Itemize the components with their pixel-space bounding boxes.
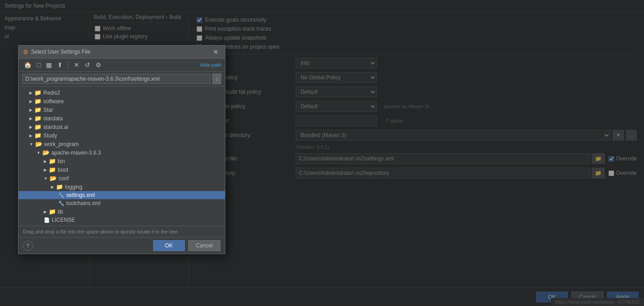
tree-item-bin[interactable]: ▶ 📁 bin (18, 157, 225, 165)
logging-label: logging (65, 184, 82, 190)
logging-folder-icon: 📁 (56, 183, 63, 190)
star-folder-icon: 📁 (34, 106, 41, 113)
tree-item-toolchains-xml[interactable]: 🔧 toolchains.xml (18, 199, 225, 207)
boot-label: boot (58, 167, 68, 173)
tree-item-work-program[interactable]: ▼ 📂 work_program (18, 140, 225, 148)
work-program-expand-icon: ▼ (29, 142, 33, 146)
study-expand-icon: ▶ (29, 133, 32, 138)
dialog-overlay: ⚙ Select User Settings File ✕ 🏠 □ ▦ ⬆ ✕ … (0, 0, 644, 306)
dialog-icon: ⚙ (23, 49, 28, 55)
lib-label: lib (58, 209, 63, 215)
tree-item-stardata[interactable]: ▶ 📁 stardata (18, 114, 225, 123)
star-label: Star (43, 107, 53, 113)
dialog-titlebar: ⚙ Select User Settings File ✕ (18, 46, 225, 59)
tree-item-license[interactable]: 📄 LICENSE (18, 216, 225, 224)
toolbar-collapse-btn[interactable]: □ (35, 60, 42, 69)
dialog-hint: Drag and drop a file into the space abov… (18, 226, 225, 237)
software-expand-icon: ▶ (29, 99, 32, 104)
hide-path-button[interactable]: Hide path (200, 62, 221, 68)
apache-maven-folder-icon: 📂 (42, 149, 50, 156)
work-program-label: work_program (44, 141, 79, 147)
tree-item-redis2[interactable]: ▶ 📁 Redis2 (18, 88, 225, 97)
toolbar-sep1 (68, 61, 69, 69)
star-expand-icon: ▶ (29, 108, 32, 112)
lib-expand-icon: ▶ (44, 210, 47, 214)
tree-item-software[interactable]: ▶ 📁 software (18, 97, 225, 105)
help-button[interactable]: ? (23, 241, 33, 251)
bin-label: bin (58, 158, 65, 164)
boot-expand-icon: ▶ (44, 168, 47, 172)
dialog-toolbar: 🏠 □ ▦ ⬆ ✕ ↺ ⚙ Hide path (18, 59, 225, 72)
dialog-ok-button[interactable]: OK (153, 240, 185, 251)
toolbar-refresh-btn[interactable]: ↺ (83, 60, 92, 69)
tree-item-star[interactable]: ▶ 📁 Star (18, 105, 225, 114)
toolbar-delete-btn[interactable]: ✕ (72, 60, 81, 69)
stardata-label: stardata (43, 115, 63, 122)
dialog-close-button[interactable]: ✕ (211, 48, 220, 55)
stardustai-folder-icon: 📁 (34, 123, 41, 130)
dialog-title-label: ⚙ Select User Settings File (23, 49, 90, 55)
work-program-folder-icon: 📂 (35, 141, 42, 147)
tree-item-lib[interactable]: ▶ 📁 lib (18, 207, 225, 216)
dialog-cancel-button[interactable]: Cancel (188, 240, 220, 251)
license-file-icon: 📄 (44, 217, 50, 223)
bin-folder-icon: 📁 (49, 158, 56, 164)
tree-item-logging[interactable]: ▶ 📁 logging (18, 183, 225, 191)
tree-item-settings-xml[interactable]: 🔧 settings.xml (18, 191, 225, 199)
dialog-path-go-btn[interactable]: ↓ (212, 73, 221, 84)
dialog-path-row: ↓ (18, 72, 225, 87)
dialog-action-buttons: OK Cancel (153, 240, 220, 251)
study-label: Study (43, 132, 57, 139)
tree-item-study[interactable]: ▶ 📁 Study (18, 131, 225, 140)
select-settings-dialog: ⚙ Select User Settings File ✕ 🏠 □ ▦ ⬆ ✕ … (18, 45, 225, 254)
stardata-expand-icon: ▶ (29, 116, 32, 121)
toolbar-settings-btn[interactable]: ⚙ (94, 60, 103, 69)
redis2-expand-icon: ▶ (29, 91, 32, 95)
study-folder-icon: 📁 (34, 132, 41, 139)
apache-maven-expand-icon: ▼ (37, 151, 41, 155)
settings-xml-icon: 🔧 (58, 192, 64, 198)
stardustai-label: stardust.ai (43, 124, 68, 130)
tree-item-apache-maven[interactable]: ▼ 📂 apache-maven-3.6.3 (18, 148, 225, 157)
redis2-label: Redis2 (43, 90, 60, 96)
tree-item-stardustai[interactable]: ▶ 📁 stardust.ai (18, 123, 225, 131)
file-tree[interactable]: ▶ 📁 Redis2 ▶ 📁 software ▶ 📁 Star ▶ 📁 sta… (18, 87, 225, 226)
toolchains-xml-label: toolchains.xml (66, 200, 100, 206)
license-label: LICENSE (52, 217, 75, 223)
apache-maven-label: apache-maven-3.6.3 (51, 150, 101, 156)
toolbar-home-btn[interactable]: 🏠 (22, 60, 33, 69)
redis2-folder-icon: 📁 (34, 89, 41, 96)
tree-item-boot[interactable]: ▶ 📁 boot (18, 165, 225, 174)
stardata-folder-icon: 📁 (34, 115, 41, 122)
lib-folder-icon: 📁 (49, 208, 56, 215)
logging-expand-icon: ▶ (51, 185, 54, 189)
toolbar-up-btn[interactable]: ⬆ (55, 60, 64, 69)
dialog-footer: ? OK Cancel (18, 237, 225, 254)
bin-expand-icon: ▶ (44, 159, 47, 164)
toolbar-expand-btn[interactable]: ▦ (44, 60, 54, 69)
conf-expand-icon: ▼ (44, 176, 48, 181)
conf-label: conf (59, 175, 69, 182)
stardustai-expand-icon: ▶ (29, 125, 32, 129)
toolchains-xml-icon: 🔧 (58, 201, 64, 206)
conf-folder-icon: 📂 (50, 175, 57, 182)
dialog-path-input[interactable] (22, 74, 210, 84)
settings-xml-label: settings.xml (66, 192, 95, 198)
boot-folder-icon: 📁 (49, 166, 56, 173)
software-folder-icon: 📁 (34, 98, 41, 105)
software-label: software (43, 98, 64, 105)
tree-item-conf[interactable]: ▼ 📂 conf (18, 174, 225, 183)
